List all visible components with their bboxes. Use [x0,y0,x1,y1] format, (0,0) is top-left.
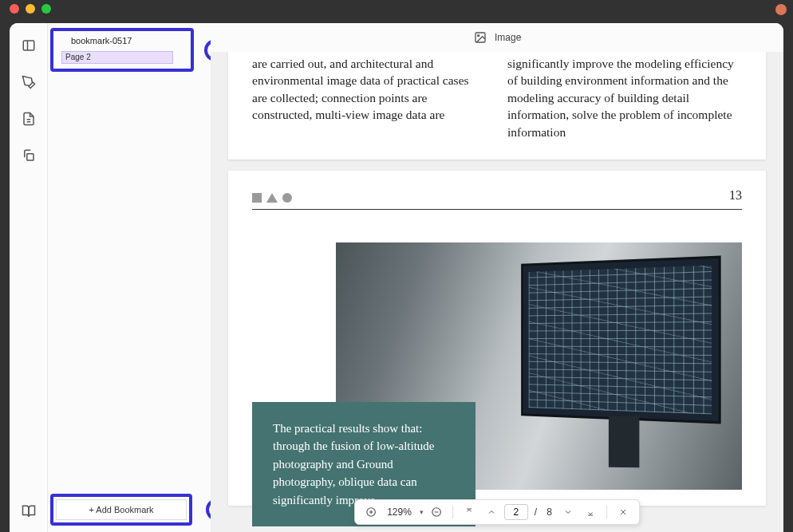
document-scrollview[interactable]: are carried out, and architectural and e… [211,52,783,532]
document-main: Image are carried out, and architectural… [211,23,783,532]
square-icon [252,193,262,203]
prev-page-button[interactable] [482,502,501,522]
vertical-toolbar [10,23,48,532]
add-bookmark-label: + Add Bookmark [89,505,153,514]
app-frame: bookmark-0517 2 + Add Bookmark 1 Image a… [10,23,783,532]
document-page-top: are carried out, and architectural and e… [228,52,766,160]
document-page-bottom: 13 The practical results show that: thro… [228,171,766,506]
svg-point-6 [478,35,479,37]
svg-rect-0 [23,41,34,50]
zoom-dropdown-icon[interactable]: ▾ [420,508,424,516]
bookmarks-sidebar: bookmark-0517 2 + Add Bookmark 1 [48,23,211,532]
window-controls [10,4,51,14]
image-label: Image [495,32,521,43]
svg-rect-4 [26,154,33,160]
photo-monitor-content [529,265,712,414]
notes-icon[interactable] [19,109,38,128]
zoom-value[interactable]: 129% [384,506,415,518]
panel-toggle-icon[interactable] [19,36,38,55]
image-icon [474,31,487,44]
zoom-in-button[interactable] [361,502,381,522]
separator [452,506,453,518]
copy-icon[interactable] [19,146,38,165]
circle-icon [282,193,292,203]
photo-monitor [521,255,721,424]
zoom-toolbar: 129% ▾ / 8 [354,499,640,525]
page-sep: / [531,506,540,518]
last-page-button[interactable] [581,502,600,522]
add-bookmark-button[interactable]: + Add Bookmark [56,499,187,520]
photo-monitor-stand [609,416,639,468]
page-total: 8 [543,506,555,518]
bookmark-name-input[interactable] [61,51,173,64]
add-bookmark-highlight: + Add Bookmark [50,494,192,526]
highlighter-icon[interactable] [19,73,38,92]
page-number-input[interactable] [504,504,528,520]
first-page-button[interactable] [460,502,479,522]
zoom-out-button[interactable] [427,502,446,522]
titlebar [0,0,793,18]
horizontal-rule [252,209,742,210]
text-column-left: are carried out, and architectural and e… [252,55,487,140]
next-page-button[interactable] [558,502,578,522]
add-bookmark-wrap: + Add Bookmark [50,494,192,526]
separator [606,506,607,518]
book-icon[interactable] [19,502,38,521]
decorative-shapes [252,193,742,203]
document-topbar: Image [211,23,783,52]
triangle-icon [266,193,278,203]
minimize-window-button[interactable] [26,4,35,14]
page-number: 13 [729,188,742,203]
maximize-window-button[interactable] [41,4,51,14]
user-avatar[interactable] [775,4,787,15]
text-column-right: significantly improve the modeling effic… [507,55,742,140]
bookmark-title: bookmark-0517 [71,36,183,45]
bookmark-entry-box: bookmark-0517 [50,28,194,72]
close-toolbar-button[interactable] [613,502,633,522]
close-window-button[interactable] [10,4,19,14]
